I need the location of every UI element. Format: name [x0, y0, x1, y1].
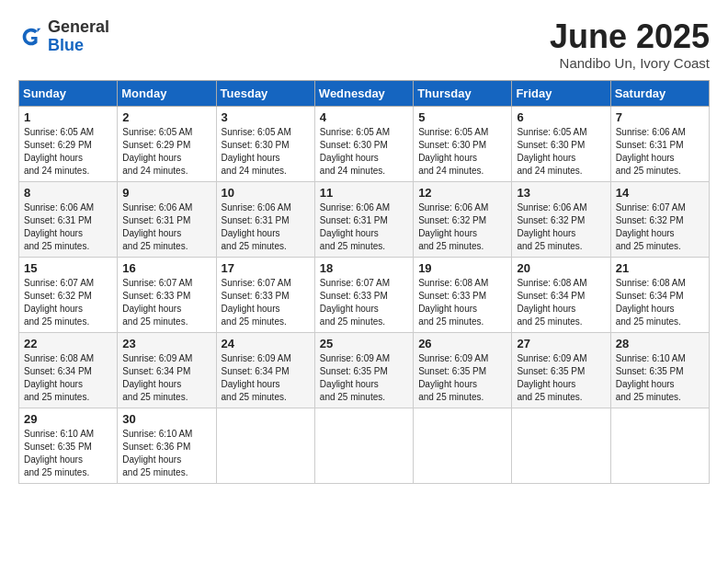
calendar-cell: 23Sunrise: 6:09 AMSunset: 6:34 PMDayligh… [118, 332, 216, 408]
day-info: Sunrise: 6:07 AMSunset: 6:32 PMDaylight … [24, 277, 112, 328]
weekday-header-row: SundayMondayTuesdayWednesdayThursdayFrid… [19, 80, 710, 106]
day-number: 3 [222, 110, 310, 124]
calendar-cell: 26Sunrise: 6:09 AMSunset: 6:35 PMDayligh… [414, 332, 512, 408]
calendar-cell: 7Sunrise: 6:06 AMSunset: 6:31 PMDaylight… [610, 106, 709, 181]
calendar-cell: 21Sunrise: 6:08 AMSunset: 6:34 PMDayligh… [610, 257, 709, 332]
day-info: Sunrise: 6:07 AMSunset: 6:33 PMDaylight … [222, 277, 310, 328]
day-info: Sunrise: 6:10 AMSunset: 6:35 PMDaylight … [616, 352, 704, 404]
page-header: General Blue June 2025 Nandibo Un, Ivory… [18, 18, 710, 71]
day-info: Sunrise: 6:07 AMSunset: 6:32 PMDaylight … [616, 201, 704, 253]
calendar-cell: 9Sunrise: 6:06 AMSunset: 6:31 PMDaylight… [118, 181, 216, 257]
title-block: June 2025 Nandibo Un, Ivory Coast [550, 18, 710, 71]
logo: General Blue [18, 18, 109, 55]
day-info: Sunrise: 6:09 AMSunset: 6:34 PMDaylight … [122, 352, 210, 404]
weekday-header-sunday: Sunday [19, 80, 118, 106]
day-number: 22 [24, 337, 112, 350]
day-number: 6 [517, 110, 605, 124]
day-info: Sunrise: 6:05 AMSunset: 6:30 PMDaylight … [222, 126, 310, 178]
calendar-cell: 6Sunrise: 6:05 AMSunset: 6:30 PMDaylight… [512, 106, 610, 181]
day-number: 11 [320, 186, 408, 200]
day-number: 30 [122, 412, 210, 426]
day-info: Sunrise: 6:05 AMSunset: 6:30 PMDaylight … [320, 126, 408, 178]
day-number: 15 [24, 261, 112, 275]
day-number: 16 [122, 261, 210, 275]
day-number: 25 [320, 337, 408, 350]
calendar-cell: 8Sunrise: 6:06 AMSunset: 6:31 PMDaylight… [19, 181, 118, 257]
logo-blue: Blue [48, 36, 84, 54]
day-number: 19 [418, 261, 506, 275]
day-info: Sunrise: 6:08 AMSunset: 6:34 PMDaylight … [24, 352, 112, 404]
calendar-cell: 2Sunrise: 6:05 AMSunset: 6:29 PMDaylight… [118, 106, 216, 181]
calendar-cell: 30Sunrise: 6:10 AMSunset: 6:36 PMDayligh… [118, 408, 216, 483]
day-number: 9 [122, 186, 210, 200]
day-number: 18 [320, 261, 408, 275]
calendar-cell: 1Sunrise: 6:05 AMSunset: 6:29 PMDaylight… [19, 106, 118, 181]
calendar-cell [512, 408, 610, 483]
day-info: Sunrise: 6:10 AMSunset: 6:36 PMDaylight … [122, 428, 210, 479]
day-info: Sunrise: 6:09 AMSunset: 6:35 PMDaylight … [320, 352, 408, 404]
day-info: Sunrise: 6:06 AMSunset: 6:31 PMDaylight … [320, 201, 408, 253]
calendar-cell: 11Sunrise: 6:06 AMSunset: 6:31 PMDayligh… [314, 181, 413, 257]
calendar-cell [216, 408, 314, 483]
day-number: 12 [418, 186, 506, 200]
day-number: 7 [616, 110, 704, 124]
day-info: Sunrise: 6:08 AMSunset: 6:33 PMDaylight … [418, 277, 506, 328]
weekday-header-thursday: Thursday [414, 80, 512, 106]
calendar-week-row: 8Sunrise: 6:06 AMSunset: 6:31 PMDaylight… [19, 181, 710, 257]
day-number: 17 [222, 261, 310, 275]
calendar-cell [610, 408, 709, 483]
weekday-header-friday: Friday [512, 80, 610, 106]
calendar-cell: 15Sunrise: 6:07 AMSunset: 6:32 PMDayligh… [19, 257, 118, 332]
logo-general: General [48, 17, 109, 36]
day-number: 23 [122, 337, 210, 350]
calendar-cell: 17Sunrise: 6:07 AMSunset: 6:33 PMDayligh… [216, 257, 314, 332]
calendar-cell: 3Sunrise: 6:05 AMSunset: 6:30 PMDaylight… [216, 106, 314, 181]
day-number: 10 [222, 186, 310, 200]
day-number: 13 [517, 186, 605, 200]
day-number: 14 [616, 186, 704, 200]
weekday-header-monday: Monday [118, 80, 216, 106]
day-number: 21 [616, 261, 704, 275]
calendar-cell: 13Sunrise: 6:06 AMSunset: 6:32 PMDayligh… [512, 181, 610, 257]
day-number: 26 [418, 337, 506, 350]
day-info: Sunrise: 6:06 AMSunset: 6:32 PMDaylight … [418, 201, 506, 253]
day-number: 27 [517, 337, 605, 350]
calendar-cell: 14Sunrise: 6:07 AMSunset: 6:32 PMDayligh… [610, 181, 709, 257]
calendar-week-row: 1Sunrise: 6:05 AMSunset: 6:29 PMDaylight… [19, 106, 710, 181]
day-info: Sunrise: 6:10 AMSunset: 6:35 PMDaylight … [24, 428, 112, 479]
calendar-week-row: 22Sunrise: 6:08 AMSunset: 6:34 PMDayligh… [19, 332, 710, 408]
logo-text: General Blue [48, 18, 109, 55]
day-info: Sunrise: 6:09 AMSunset: 6:35 PMDaylight … [418, 352, 506, 404]
day-number: 28 [616, 337, 704, 350]
day-number: 20 [517, 261, 605, 275]
calendar-cell: 27Sunrise: 6:09 AMSunset: 6:35 PMDayligh… [512, 332, 610, 408]
calendar-table: SundayMondayTuesdayWednesdayThursdayFrid… [18, 80, 710, 484]
day-info: Sunrise: 6:07 AMSunset: 6:33 PMDaylight … [320, 277, 408, 328]
day-number: 29 [24, 412, 112, 426]
day-info: Sunrise: 6:08 AMSunset: 6:34 PMDaylight … [616, 277, 704, 328]
day-number: 24 [222, 337, 310, 350]
calendar-cell: 19Sunrise: 6:08 AMSunset: 6:33 PMDayligh… [414, 257, 512, 332]
calendar-cell: 24Sunrise: 6:09 AMSunset: 6:34 PMDayligh… [216, 332, 314, 408]
day-info: Sunrise: 6:06 AMSunset: 6:31 PMDaylight … [122, 201, 210, 253]
day-info: Sunrise: 6:09 AMSunset: 6:35 PMDaylight … [517, 352, 605, 404]
calendar-cell: 28Sunrise: 6:10 AMSunset: 6:35 PMDayligh… [610, 332, 709, 408]
calendar-cell: 29Sunrise: 6:10 AMSunset: 6:35 PMDayligh… [19, 408, 118, 483]
day-info: Sunrise: 6:05 AMSunset: 6:29 PMDaylight … [122, 126, 210, 178]
day-number: 4 [320, 110, 408, 124]
day-info: Sunrise: 6:09 AMSunset: 6:34 PMDaylight … [222, 352, 310, 404]
calendar-cell: 5Sunrise: 6:05 AMSunset: 6:30 PMDaylight… [414, 106, 512, 181]
location: Nandibo Un, Ivory Coast [550, 55, 710, 71]
weekday-header-tuesday: Tuesday [216, 80, 314, 106]
day-number: 8 [24, 186, 112, 200]
day-info: Sunrise: 6:06 AMSunset: 6:31 PMDaylight … [24, 201, 112, 253]
weekday-header-saturday: Saturday [610, 80, 709, 106]
calendar-cell: 20Sunrise: 6:08 AMSunset: 6:34 PMDayligh… [512, 257, 610, 332]
month-title: June 2025 [550, 18, 710, 55]
calendar-cell: 4Sunrise: 6:05 AMSunset: 6:30 PMDaylight… [314, 106, 413, 181]
calendar-cell: 18Sunrise: 6:07 AMSunset: 6:33 PMDayligh… [314, 257, 413, 332]
day-number: 1 [24, 110, 112, 124]
calendar-week-row: 29Sunrise: 6:10 AMSunset: 6:35 PMDayligh… [19, 408, 710, 483]
day-info: Sunrise: 6:06 AMSunset: 6:32 PMDaylight … [517, 201, 605, 253]
calendar-cell [314, 408, 413, 483]
